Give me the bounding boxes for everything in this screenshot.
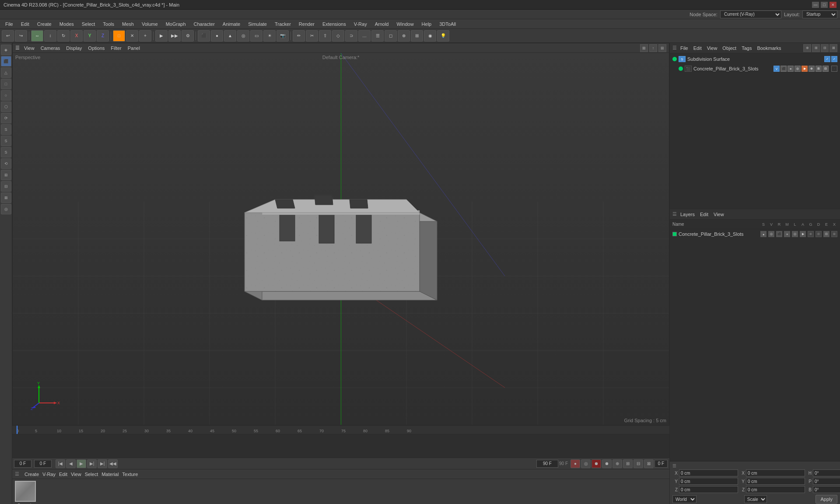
motion-icon[interactable]: ⊞ xyxy=(623,459,633,468)
layer-flag-x[interactable]: ⊠ xyxy=(831,231,837,237)
coord-scale-dropdown[interactable]: Scale Size xyxy=(744,495,767,503)
coord-world-dropdown[interactable]: World Object xyxy=(672,495,696,503)
coord-b[interactable] xyxy=(813,486,840,493)
layer-flag-v[interactable]: ◎ xyxy=(768,231,774,237)
menu-window[interactable]: Window xyxy=(393,21,417,28)
menu-3dtoall[interactable]: 3DToAll xyxy=(436,21,459,28)
tag-icon-1[interactable]: V xyxy=(774,66,780,72)
more-tools[interactable]: … xyxy=(358,30,371,42)
omgr-icon-2[interactable]: ⊞ xyxy=(812,44,820,52)
layer-flag-d[interactable]: ⊞ xyxy=(816,231,822,237)
obj-menu-edit[interactable]: Edit xyxy=(692,45,704,51)
menu-create[interactable]: Create xyxy=(34,21,55,28)
layout-dropdown[interactable]: Startup xyxy=(802,10,837,18)
minimize-button[interactable]: — xyxy=(812,2,819,8)
menu-select[interactable]: Select xyxy=(78,21,99,28)
light-on[interactable]: 💡 xyxy=(437,30,449,42)
obj-check-pillar[interactable]: · xyxy=(831,66,837,72)
menu-mograph[interactable]: MoGraph xyxy=(162,21,189,28)
viewport-canvas[interactable]: X Y Z Perspective Default Camera:* Grid … xyxy=(13,53,669,425)
cube[interactable]: ⬛ xyxy=(198,30,210,42)
add-object[interactable]: + xyxy=(139,30,151,42)
material-slot-concrete[interactable]: Concrete xyxy=(15,481,36,504)
coord-z-pos[interactable] xyxy=(679,486,738,493)
obj-menu-file[interactable]: File xyxy=(679,45,690,51)
omgr-icon-3[interactable]: ⊟ xyxy=(821,44,829,52)
omgr-icon-4[interactable]: ⊠ xyxy=(830,44,837,52)
layer-flag-r[interactable]: ⬛ xyxy=(776,231,782,237)
obj-check1[interactable]: ✓ xyxy=(824,56,830,62)
move-tool[interactable]: ↔ xyxy=(31,30,43,42)
render-settings[interactable]: ⚙ xyxy=(182,30,194,42)
tool-uvw[interactable]: ⟳ xyxy=(1,113,11,123)
xyz-y[interactable]: Y xyxy=(84,30,96,42)
undo-button[interactable]: ↩ xyxy=(2,30,14,42)
material-icon-sm[interactable]: ◻ xyxy=(385,30,397,42)
layer-flag-m[interactable]: ≡ xyxy=(784,231,790,237)
rotate-tool[interactable]: ↻ xyxy=(57,30,70,42)
obj-item-concrete-pillar[interactable]: ⬛ Concrete_Pillar_Brick_3_Slots V ⬛ ≡ ◎ … xyxy=(670,64,840,74)
coord-y-size[interactable] xyxy=(746,478,805,485)
tool-edge[interactable]: □ xyxy=(1,79,11,89)
layer-flag-a[interactable]: ▶ xyxy=(800,231,806,237)
spline-s3[interactable]: S xyxy=(1,147,11,158)
spline-s1[interactable]: S xyxy=(1,124,11,135)
coord-z-size[interactable] xyxy=(746,486,805,493)
tool-sym[interactable]: ⊞ xyxy=(1,170,11,180)
mat-menu-view[interactable]: View xyxy=(71,472,81,477)
keyframe-add[interactable]: ◎ xyxy=(581,459,591,468)
menu-mesh[interactable]: Mesh xyxy=(119,21,137,28)
layer-flag-s[interactable]: ● xyxy=(760,231,766,237)
spline-s2[interactable]: S xyxy=(1,136,11,146)
tool-instance[interactable]: ◎ xyxy=(1,204,11,214)
go-start[interactable]: |◀ xyxy=(56,459,65,468)
next-frame[interactable]: ▶| xyxy=(87,459,97,468)
motion-icon3[interactable]: ⊠ xyxy=(644,459,654,468)
coord-h[interactable] xyxy=(813,469,840,476)
layer-item-concrete[interactable]: Concrete_Pillar_Brick_3_Slots ● ◎ ⬛ ≡ ◎ … xyxy=(670,229,840,239)
obj-item-subdivision[interactable]: S Subdivision Surface ✓ ✓ xyxy=(670,54,840,64)
light[interactable]: ☀ xyxy=(263,30,276,42)
render-queue[interactable]: ☰ xyxy=(371,30,384,42)
mat-menu-vray[interactable]: V-Ray xyxy=(42,472,56,477)
frame-input-2[interactable] xyxy=(34,460,52,468)
mat-menu-edit[interactable]: Edit xyxy=(59,472,67,477)
obj-menu-tags[interactable]: Tags xyxy=(740,45,753,51)
tool-spline2[interactable]: ⊟ xyxy=(1,181,11,192)
edge-cut[interactable]: ✂ xyxy=(306,30,318,42)
mat-menu-material[interactable]: Material xyxy=(102,472,119,477)
xyz-x[interactable]: X xyxy=(70,30,83,42)
coord-x-size[interactable] xyxy=(746,469,805,476)
obj-model[interactable]: □ xyxy=(113,30,125,42)
play-fwd[interactable]: ▶ xyxy=(77,459,86,468)
maximize-button[interactable]: □ xyxy=(821,2,828,8)
layers-menu-view[interactable]: View xyxy=(712,211,726,217)
menu-animate[interactable]: Animate xyxy=(219,21,244,28)
scale-tool[interactable]: ↕ xyxy=(44,30,56,42)
render-active[interactable]: ▶▶ xyxy=(168,30,181,42)
viewport-maximize[interactable]: ↑ xyxy=(649,44,657,52)
tag-icon-5[interactable]: ▶ xyxy=(802,66,808,72)
menu-character[interactable]: Character xyxy=(190,21,218,28)
tool-sculpt[interactable]: ⬡ xyxy=(1,102,11,112)
layer-flag-e[interactable]: ⊟ xyxy=(823,231,830,237)
record-btn[interactable]: ⏺ xyxy=(592,459,601,468)
mat-menu-create[interactable]: Create xyxy=(24,472,39,477)
viewport-menu-panel[interactable]: Panel xyxy=(126,45,142,51)
layers-menu-layers[interactable]: Layers xyxy=(679,211,696,217)
viewport-menu-filter[interactable]: Filter xyxy=(109,45,123,51)
viewport-menu-cameras[interactable]: Cameras xyxy=(39,45,62,51)
poly-pen[interactable]: ✏ xyxy=(293,30,305,42)
nodespace-dropdown[interactable]: Current (V-Ray) xyxy=(720,10,781,18)
tag-icon-4[interactable]: ◎ xyxy=(794,66,801,72)
bridge[interactable]: ⊃ xyxy=(345,30,357,42)
layer-flag-l[interactable]: ◎ xyxy=(792,231,798,237)
tool-point[interactable]: ○ xyxy=(1,90,11,101)
cone[interactable]: ▲ xyxy=(224,30,236,42)
play-back[interactable]: ◀◀ xyxy=(108,459,118,468)
menu-tools[interactable]: Tools xyxy=(99,21,118,28)
end-frame-input[interactable] xyxy=(536,460,558,468)
viewport-fullscreen[interactable]: ⊞ xyxy=(658,44,666,52)
tag-icon-3[interactable]: ≡ xyxy=(788,66,794,72)
obj-null[interactable]: ✕ xyxy=(126,30,138,42)
